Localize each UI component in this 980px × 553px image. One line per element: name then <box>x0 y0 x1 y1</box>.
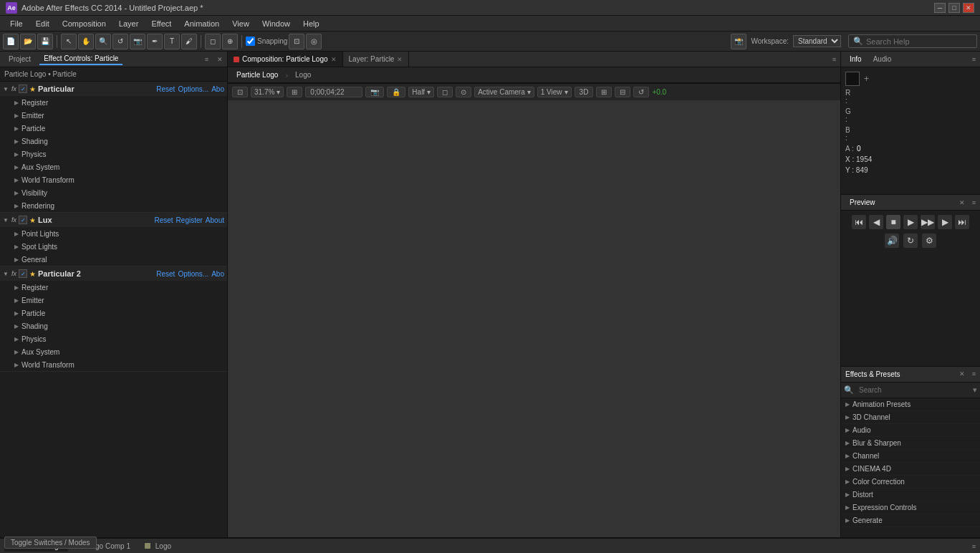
effect-cat-audio[interactable]: ▶ Audio <box>841 424 980 437</box>
vp-quality[interactable]: Half ▾ <box>408 87 434 97</box>
transport-stop[interactable]: ■ <box>886 215 900 229</box>
p2-sub-world-transform[interactable]: ▶World Transform <box>0 358 227 371</box>
toolbar-camera[interactable]: 📷 <box>130 34 145 49</box>
particular-options[interactable]: Options... <box>178 85 208 93</box>
effects-search-input[interactable] <box>856 385 973 395</box>
tab-preview[interactable]: Preview <box>845 197 880 208</box>
tl-tab-logo[interactable]: Logo <box>139 541 177 552</box>
toolbar-camera-icon[interactable]: 📸 <box>731 34 746 49</box>
viewer-nav-logo[interactable]: Logo <box>292 70 314 80</box>
transport-next-frame[interactable]: ▶ <box>938 215 952 229</box>
effect-cat-generate[interactable]: ▶ Generate <box>841 514 980 527</box>
fx-sub-visibility[interactable]: ▶Visibility <box>0 186 227 199</box>
vp-3d[interactable]: 3D <box>575 87 594 97</box>
fx-group-particular2-header[interactable]: ▼ fx ✓ ★ Particular 2 Reset Options... A… <box>0 266 227 281</box>
menu-layer[interactable]: Layer <box>113 18 145 29</box>
toolbar-shape[interactable]: ◻ <box>205 34 221 49</box>
menu-view[interactable]: View <box>226 18 255 29</box>
snapping-checkbox[interactable] <box>246 37 255 46</box>
particular2-options[interactable]: Options... <box>178 270 208 278</box>
effect-cat-3d-channel[interactable]: ▶ 3D Channel <box>841 411 980 424</box>
menu-file[interactable]: File <box>4 18 29 29</box>
effect-cat-expression-controls[interactable]: ▶ Expression Controls <box>841 501 980 514</box>
workspace-select[interactable]: Standard <box>793 35 841 47</box>
toolbar-roto[interactable]: ⊕ <box>222 34 238 49</box>
tab-effect-controls[interactable]: Effect Controls: Particle <box>39 53 123 65</box>
transport-skip-end[interactable]: ⏭ <box>955 215 969 229</box>
lux-sub-point-lights[interactable]: ▶Point Lights <box>0 227 227 240</box>
tl-tabs-menu[interactable]: ≡ <box>972 543 976 550</box>
effect-cat-color-correction[interactable]: ▶ Color Correction <box>841 476 980 489</box>
particular2-about[interactable]: Abo <box>211 270 224 278</box>
effects-presets-menu[interactable]: ✕ <box>959 370 965 378</box>
fx-group-particular-header[interactable]: ▼ fx ✓ ★ Particular Reset Options... Abo <box>0 82 227 96</box>
fx-sub-world-transform[interactable]: ▶World Transform <box>0 173 227 186</box>
tab-audio[interactable]: Audio <box>869 54 896 64</box>
lux-sub-spot-lights[interactable]: ▶Spot Lights <box>0 240 227 253</box>
vp-fit[interactable]: ⊞ <box>287 87 302 97</box>
p2-sub-aux-system[interactable]: ▶Aux System <box>0 345 227 358</box>
menu-animation[interactable]: Animation <box>178 18 225 29</box>
comp-tab-layer-close[interactable]: ✕ <box>397 56 403 63</box>
p2-sub-particle[interactable]: ▶Particle <box>0 307 227 319</box>
snapping-toggle[interactable]: Snapping <box>246 37 287 46</box>
tab-project[interactable]: Project <box>4 54 35 64</box>
particular-checkbox[interactable]: ✓ <box>19 85 27 93</box>
toolbar-save[interactable]: 💾 <box>37 34 53 49</box>
transport-play[interactable]: ▶ <box>903 215 918 229</box>
fx-sub-particle[interactable]: ▶Particle <box>0 122 227 135</box>
particular-about[interactable]: Abo <box>211 85 224 93</box>
menu-window[interactable]: Window <box>256 18 296 29</box>
vp-guides[interactable]: ⊟ <box>615 87 630 97</box>
vp-snapshot[interactable]: 📷 <box>365 87 384 97</box>
toolbar-target[interactable]: ◎ <box>306 34 322 49</box>
toolbar-open[interactable]: 📂 <box>20 34 36 49</box>
effects-search[interactable]: 🔍 ▾ <box>841 383 980 398</box>
effect-cat-distort[interactable]: ▶ Distort <box>841 489 980 501</box>
p2-sub-shading[interactable]: ▶Shading <box>0 319 227 332</box>
comp-tab-layer[interactable]: Layer: Particle ✕ <box>343 52 410 67</box>
info-panel-menu[interactable]: ≡ <box>972 56 976 63</box>
toolbar-rotate[interactable]: ↺ <box>112 34 128 49</box>
effects-presets-close[interactable]: ≡ <box>972 370 976 378</box>
fx-group-lux-header[interactable]: ▼ fx ✓ ★ Lux Reset Register About <box>0 213 227 227</box>
vp-alpha[interactable]: ◻ <box>437 87 453 97</box>
fx-sub-rendering[interactable]: ▶Rendering <box>0 199 227 212</box>
vp-view-options[interactable]: 🔒 <box>387 87 405 97</box>
lux-register[interactable]: Register <box>176 216 203 224</box>
left-panel-menu[interactable]: ≡ <box>205 56 208 63</box>
left-panel-close[interactable]: ✕ <box>217 56 223 63</box>
preview-panel-close[interactable]: ≡ <box>972 199 976 206</box>
menu-edit[interactable]: Edit <box>30 18 55 29</box>
toolbar-zoom[interactable]: 🔍 <box>95 34 111 49</box>
fx-sub-register[interactable]: ▶Register <box>0 96 227 109</box>
vp-view[interactable]: 1 View ▾ <box>537 87 572 97</box>
comp-tabs-menu[interactable]: ≡ <box>828 56 840 63</box>
lux-sub-general[interactable]: ▶General <box>0 253 227 266</box>
toolbar-snap-icon[interactable]: ⊡ <box>289 34 304 49</box>
tab-info[interactable]: Info <box>845 54 866 64</box>
fx-sub-physics[interactable]: ▶Physics <box>0 148 227 160</box>
transport-volume[interactable]: 🔊 <box>885 234 899 248</box>
titlebar-controls[interactable]: ─ □ ✕ <box>934 3 974 13</box>
effect-cat-channel[interactable]: ▶ Channel <box>841 450 980 463</box>
p2-sub-emitter[interactable]: ▶Emitter <box>0 294 227 307</box>
vp-camera[interactable]: Active Camera ▾ <box>474 87 534 97</box>
vp-frame-back[interactable]: ⊡ <box>232 87 248 97</box>
particular-reset[interactable]: Reset <box>156 85 175 93</box>
effect-cat-blur-sharpen[interactable]: ▶ Blur & Sharpen <box>841 437 980 450</box>
preview-panel-menu[interactable]: ✕ <box>959 199 965 206</box>
transport-settings[interactable]: ⚙ <box>922 234 936 248</box>
minimize-button[interactable]: ─ <box>934 3 946 13</box>
maximize-button[interactable]: □ <box>948 3 960 13</box>
transport-loop[interactable]: ↻ <box>903 234 918 248</box>
lux-about[interactable]: About <box>206 216 224 224</box>
p2-sub-physics[interactable]: ▶Physics <box>0 332 227 345</box>
effect-cat-cinema4d[interactable]: ▶ CINEMA 4D <box>841 463 980 476</box>
lux-reset[interactable]: Reset <box>154 216 173 224</box>
fx-sub-aux-system[interactable]: ▶Aux System <box>0 160 227 173</box>
fx-sub-emitter[interactable]: ▶Emitter <box>0 109 227 122</box>
particular2-checkbox[interactable]: ✓ <box>19 269 27 278</box>
toolbar-new[interactable]: 📄 <box>3 34 19 49</box>
comp-tab-particle-logo[interactable]: Composition: Particle Logo ✕ <box>228 52 343 67</box>
